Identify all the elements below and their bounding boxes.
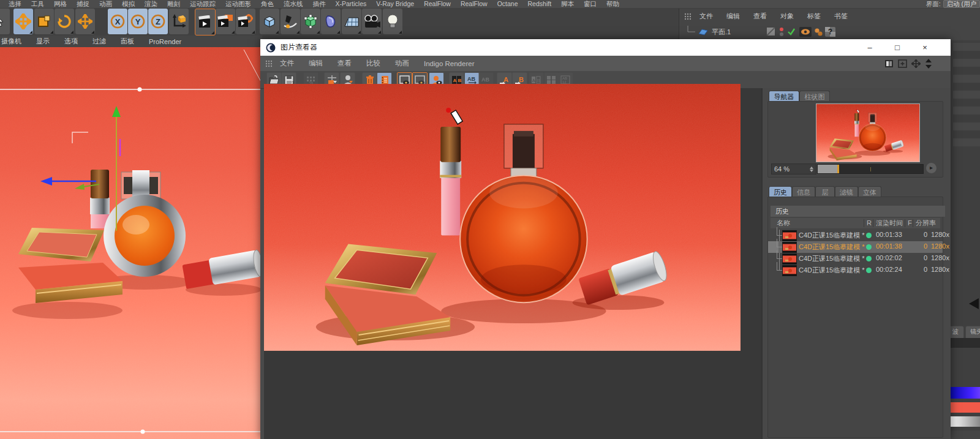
enabled-check-icon[interactable] bbox=[787, 28, 796, 36]
pan-view-icon[interactable] bbox=[911, 59, 921, 68]
menu-item[interactable]: Octane bbox=[492, 0, 523, 8]
split-view-icon[interactable] bbox=[884, 59, 894, 68]
coordinate-system-button[interactable] bbox=[169, 9, 189, 34]
menu-item[interactable]: 渲染 bbox=[140, 0, 162, 8]
om-menu-item[interactable]: 查看 bbox=[747, 12, 774, 21]
minimize-button[interactable]: – bbox=[859, 39, 880, 56]
menu-item[interactable]: 选择 bbox=[4, 0, 26, 8]
pv-menu-item[interactable]: 查看 bbox=[330, 59, 359, 68]
close-button[interactable]: × bbox=[914, 39, 935, 56]
menu-item[interactable]: RealFlow bbox=[456, 0, 492, 8]
menu-item[interactable]: 捕捉 bbox=[72, 0, 94, 8]
object-name[interactable]: 平面.1 bbox=[712, 28, 731, 37]
menu-item[interactable]: 运动跟踪 bbox=[185, 0, 221, 8]
history-row[interactable]: C4D正课15临摹建模 * 00:01:33 0 1280x bbox=[768, 230, 943, 241]
object-row-plane[interactable]: 平面.1 ? bbox=[679, 26, 980, 38]
menu-item[interactable]: Redshift bbox=[523, 0, 557, 8]
maximize-button[interactable]: □ bbox=[887, 39, 908, 56]
col-time[interactable]: 渲染时间 bbox=[876, 218, 903, 228]
navigator-thumbnail[interactable] bbox=[816, 103, 920, 162]
live-selection-button[interactable] bbox=[0, 9, 10, 34]
menu-item[interactable]: 模拟 bbox=[117, 0, 140, 8]
menu-item[interactable]: RealFlow bbox=[419, 0, 456, 8]
menu-item[interactable]: 插件 bbox=[308, 0, 331, 8]
scroll-arrows-icon[interactable] bbox=[925, 59, 932, 69]
zoom-slider[interactable] bbox=[817, 164, 924, 174]
metaball-button[interactable] bbox=[321, 9, 341, 34]
om-menu-item[interactable]: 文件 bbox=[693, 12, 720, 21]
zoom-stepper[interactable] bbox=[810, 167, 813, 172]
add-cube-button[interactable] bbox=[260, 9, 279, 34]
menu-item[interactable]: 窗口 bbox=[579, 0, 601, 8]
tab-lens[interactable]: 镜头 bbox=[965, 326, 980, 338]
edit-render-settings-button[interactable] bbox=[236, 9, 255, 34]
gradient-swatch-blue[interactable] bbox=[951, 387, 980, 399]
menu-item[interactable]: V-Ray Bridge bbox=[371, 0, 419, 8]
menu-item[interactable]: 网格 bbox=[49, 0, 72, 8]
draw-spline-button[interactable] bbox=[281, 9, 300, 34]
menu-item[interactable]: 动画 bbox=[94, 0, 117, 8]
pv-menu-item[interactable]: 编辑 bbox=[301, 59, 330, 68]
menu-item[interactable]: X-Particles bbox=[331, 0, 372, 8]
lock-y-axis-button[interactable]: Y bbox=[128, 9, 148, 34]
om-menu-item[interactable]: 标签 bbox=[801, 12, 827, 21]
pv-menu-item[interactable]: Indigo Renderer bbox=[417, 60, 481, 67]
color-swatch-red[interactable] bbox=[951, 402, 980, 413]
pv-menu-item[interactable]: 动画 bbox=[388, 59, 417, 68]
dots-tag-icon[interactable] bbox=[813, 27, 823, 37]
subdivision-surface-button[interactable] bbox=[301, 9, 320, 34]
rendered-image[interactable] bbox=[264, 84, 741, 351]
interface-dropdown[interactable]: 启动 (用户 bbox=[943, 0, 980, 8]
collapse-arrow-icon[interactable] bbox=[969, 298, 979, 309]
menu-item[interactable]: 帮助 bbox=[601, 0, 624, 8]
viewport-menu-item[interactable]: 面板 bbox=[113, 37, 141, 46]
lock-x-axis-button[interactable]: X bbox=[108, 9, 127, 34]
render-to-picture-viewer-button[interactable] bbox=[216, 9, 235, 34]
history-row-selected[interactable]: C4D正课15临摹建模 * 00:01:38 0 1280x bbox=[768, 241, 943, 253]
status-dot-icon bbox=[866, 268, 872, 273]
om-menu-item[interactable]: 对象 bbox=[774, 12, 801, 21]
pv-menu-item[interactable]: 比较 bbox=[359, 59, 388, 68]
viewport-menu-item[interactable]: 摄像机 bbox=[0, 37, 29, 46]
gradient-swatch-gray[interactable] bbox=[951, 416, 980, 427]
floor-button[interactable] bbox=[342, 9, 361, 34]
menu-item[interactable]: 工具 bbox=[26, 0, 49, 8]
light-button[interactable] bbox=[383, 9, 402, 34]
zoom-percent-field[interactable]: 64 % bbox=[771, 163, 816, 174]
menu-item[interactable]: 雕刻 bbox=[162, 0, 185, 8]
display-tag-icon[interactable] bbox=[799, 27, 812, 37]
zoom-play-button[interactable]: ▸ bbox=[926, 163, 937, 173]
viewport-menu-item[interactable]: 过滤 bbox=[85, 37, 113, 46]
history-row[interactable]: C4D正课15临摹建模 * 00:02:24 0 1280x bbox=[768, 265, 943, 276]
viewport-menu-item[interactable]: 显示 bbox=[29, 37, 57, 46]
scale-tool-button[interactable] bbox=[34, 9, 54, 34]
history-row[interactable]: C4D正课15临摹建模 * 00:02:02 0 1280x bbox=[768, 253, 943, 265]
menu-item[interactable]: 流水线 bbox=[279, 0, 308, 8]
rotate-tool-button[interactable] bbox=[55, 9, 74, 34]
editor-viewport[interactable] bbox=[0, 47, 262, 439]
om-menu-item[interactable]: 书签 bbox=[827, 12, 854, 21]
visibility-dots-icon[interactable] bbox=[778, 27, 787, 37]
layer-swatch-icon[interactable] bbox=[766, 27, 776, 37]
texture-tag-icon[interactable]: ? bbox=[825, 27, 835, 37]
col-res[interactable]: 分辨率 bbox=[916, 218, 936, 228]
viewport-menu-item[interactable]: 选项 bbox=[57, 37, 85, 46]
menu-item[interactable]: 角色 bbox=[256, 0, 279, 8]
col-r[interactable]: R bbox=[867, 218, 872, 228]
om-menu-item[interactable]: 编辑 bbox=[720, 12, 747, 21]
panel-grip-icon[interactable] bbox=[684, 13, 692, 20]
col-f[interactable]: F bbox=[908, 218, 912, 228]
menu-item[interactable]: 运动图形 bbox=[221, 0, 256, 8]
zoom-slider-handle[interactable] bbox=[837, 165, 839, 173]
menu-item[interactable]: 脚本 bbox=[556, 0, 579, 8]
pv-menu-item[interactable]: 文件 bbox=[273, 59, 301, 68]
last-tool-button[interactable] bbox=[75, 9, 95, 34]
viewport-menu-item[interactable]: ProRender bbox=[141, 38, 189, 45]
move-tool-button[interactable] bbox=[13, 9, 33, 34]
pv-titlebar[interactable]: 图片查看器 – □ × bbox=[260, 39, 951, 56]
panel-grip-icon[interactable] bbox=[265, 60, 273, 67]
camera-button[interactable] bbox=[362, 9, 382, 34]
lock-z-axis-button[interactable]: Z bbox=[148, 9, 168, 34]
add-panel-icon[interactable] bbox=[898, 59, 907, 68]
render-view-button[interactable] bbox=[195, 9, 216, 36]
